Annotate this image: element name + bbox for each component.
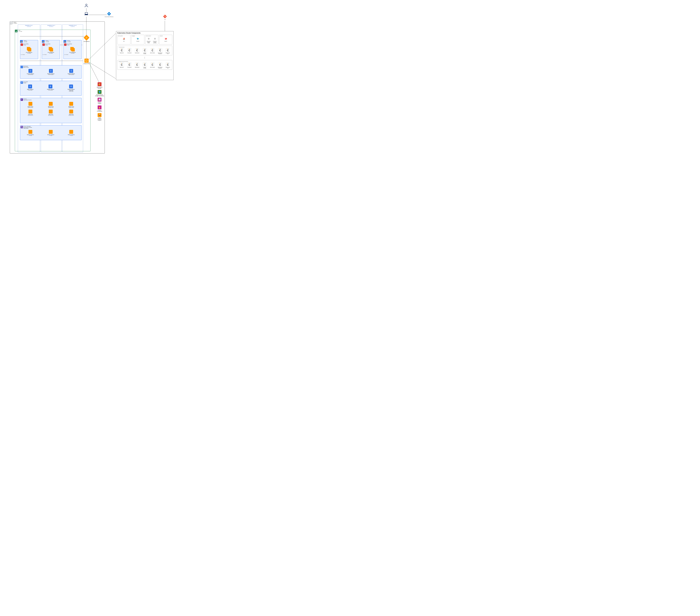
lock-icon: 🔒 [63, 40, 66, 43]
node-icon [69, 102, 73, 106]
service-label: Elastic Container Registry [98, 117, 102, 121]
svg-point-15 [109, 13, 110, 14]
app-data-browser: CData Browser [134, 63, 140, 69]
service-label: AWS Secrets Manager [97, 87, 102, 89]
app-logo: C [143, 63, 147, 67]
node-icon [49, 110, 53, 113]
aws-services-column: 🔐AWS Secrets Manager🪣Amazon Simple Stora… [95, 82, 105, 121]
aws-service-amazon-simple-storage-service-s3-: 🪣Amazon Simple Storage Service (S3) [95, 90, 104, 97]
os-d2-type: r6g.large.search [48, 115, 53, 116]
user-icon [82, 3, 91, 8]
amazon-eks: K Amazon EKS [81, 59, 92, 64]
k8s-env-box: <environment> CMeta-formsCConnectionsCDa… [117, 46, 172, 55]
component-label: Fluentbit [136, 41, 139, 42]
k8s-panel: Kubernetes Cluster Components istio-syst… [116, 31, 174, 80]
aurora-frame: 🗄Aurora DB Cluster 🛢Writer Instancedb.r6… [20, 81, 82, 95]
namespace-istio-system: istio-system⛵Istio [117, 35, 130, 44]
app-logo: C [127, 48, 132, 52]
app-label: Event Listener [150, 67, 155, 68]
service-label: Amazon Grafana [98, 102, 101, 104]
component-icon: ⚙ [153, 37, 157, 41]
subnet-2-range: 1 to 3 Nodes [42, 54, 60, 55]
ns-item-istio: ⛵Istio [121, 37, 127, 42]
db-icon: 🛢 [69, 85, 73, 88]
app-event-listener: CEvent Listener [149, 48, 156, 54]
elasticache-frame: ⌸Elasticache Redis Cluster ☷Primary Inst… [20, 65, 82, 79]
ec2-stack-icon [70, 47, 75, 51]
vpc-cidr: x.x.x.x/16 [18, 31, 22, 32]
node-icon [69, 110, 73, 113]
azure-ad-label: Azure Active Directory [104, 16, 113, 17]
subnet-1-cidr: x.x.x.x/24 [24, 41, 27, 42]
subnet-2-cidr: x.x.x.x/24 [46, 41, 49, 42]
component-label: ArgoCD [164, 41, 167, 42]
asg-3-label: Auto Scaling Group [67, 43, 72, 46]
ec-replica1-type: cache.r6g.large [47, 74, 54, 75]
app-connections: CConnections [126, 48, 133, 54]
service-icon: 📦 [98, 113, 101, 117]
os-m1-type: r6g.large.search [28, 107, 33, 108]
service-icon: 🔥 [98, 105, 101, 109]
namespace-argocd: argocd🐙ArgoCD [159, 35, 172, 44]
load-balancer-label: Load Balancer [83, 41, 90, 42]
node-icon [69, 130, 73, 134]
component-label: Kubernetes Metrics Server [147, 41, 151, 43]
namespace-logging: logging🐦Fluentbit [131, 35, 145, 44]
load-balancer-icon: ⇄ [86, 37, 87, 39]
app-label: Identity Provider [143, 53, 146, 54]
app-maintenance-job: CMaintenance Job [164, 48, 171, 54]
component-icon: ⛵ [122, 37, 126, 41]
app-label: Event Stream Processor [158, 67, 162, 69]
node-icon [49, 102, 53, 106]
aws-service-aws-secrets-manager: 🔐AWS Secrets Manager [97, 82, 102, 89]
namespace-title: kube-system [146, 36, 158, 36]
app-meta-forms: CMeta-forms [118, 63, 125, 69]
db-icon: 🛢 [49, 85, 52, 88]
app-label: Maintenance Job [166, 67, 170, 69]
region-label: Region [13, 22, 16, 23]
os-d1-type: r6g.large.search [28, 115, 33, 116]
app-identity-provider: CIdentity Provider [141, 63, 148, 69]
elasticache-icon: ⌸ [21, 66, 23, 68]
opensearch-icon: 🔍 [21, 99, 23, 101]
diagram-canvas: Azure Active Directory Git aws Regioneu-… [0, 0, 178, 157]
aurora-reader-opt-label: Reader Instance (Optional) [68, 89, 75, 91]
app-logo: C [158, 48, 162, 52]
asg-icon: ⤢ [21, 43, 23, 46]
app-meta-forms: CMeta-forms [118, 48, 125, 54]
component-icon: 🐦 [136, 37, 140, 41]
azure-ad-icon: Azure Active Directory [104, 12, 114, 17]
app-label: Event Listener [150, 53, 155, 53]
app-logo: C [135, 63, 139, 67]
namespace-title: argocd [160, 36, 172, 36]
subnet-2: 🔒Subnetx.x.x.x/24 ⤢Auto Scaling Group EC… [42, 40, 60, 59]
ns-item-fluentbit: 🐦Fluentbit [135, 37, 141, 42]
subnet-3-label: Subnet [67, 40, 70, 41]
component-icon: 🐙 [164, 37, 168, 41]
k8s-env-additional-label: additional environments [119, 61, 171, 62]
os-m2-type: r6g.large.search [48, 107, 53, 108]
ns-item-argocd: 🐙ArgoCD [162, 37, 169, 42]
msk-b2-type: m5.large [48, 135, 54, 136]
namespace-title: logging [132, 36, 143, 36]
vpc-icon: ☁ [15, 30, 17, 32]
app-logo: C [120, 63, 124, 67]
app-data-browser: CData Browser [134, 48, 140, 54]
az-3-sub: eu-west-1c [71, 26, 75, 27]
aurora-title: Aurora DB Cluster [23, 81, 28, 84]
msk-b1-type: m5.large [27, 135, 34, 136]
asg-1-label: Auto Scaling Group [23, 43, 28, 46]
os-m3-type: r6g.large.search [68, 107, 74, 108]
app-logo: C [150, 48, 154, 52]
lock-icon: 🔒 [42, 40, 45, 43]
os-d3-type: r6g.large.search [68, 115, 74, 116]
app-label: Data Browser [135, 53, 139, 53]
asg-2-label: Auto Scaling Group [45, 43, 50, 46]
asg-icon: ⤢ [64, 43, 66, 46]
ec2-stack-icon [49, 47, 53, 51]
app-logo: C [127, 63, 132, 67]
subnet-1-range: 1 to 3 Nodes [20, 54, 38, 55]
aws-logo-icon: aws [10, 22, 12, 24]
component-label: Kubernetes Cluster Autoscaler [153, 41, 157, 43]
aurora-writer-type: db.r6g.xlarge [27, 90, 34, 91]
